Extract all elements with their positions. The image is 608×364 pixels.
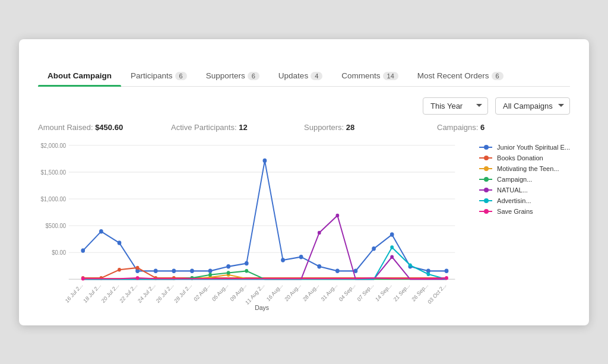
legend-label: Books Donation [497,154,543,162]
campaign-goal-row: This Year This Month This Week All Campa… [38,97,570,115]
stat-item: Amount Raised: $450.60 [38,123,171,132]
svg-text:04 Sep...: 04 Sep... [338,282,356,303]
chart-container: $2,000.00 $1,500.00 $1,000.00 $500.00 $0… [38,139,570,311]
svg-point-76 [445,276,448,279]
stat-label: Active Participants: [171,123,237,132]
svg-text:07 Sep...: 07 Sep... [356,282,375,303]
svg-point-45 [281,258,285,262]
tab-supporters[interactable]: Supporters6 [197,67,269,86]
svg-point-75 [136,276,140,279]
legend-item: NATUAL... [479,186,570,194]
tab-about[interactable]: About Campaign [38,67,121,86]
svg-text:21 Sep...: 21 Sep... [392,282,411,303]
svg-point-66 [227,271,230,274]
tab-badge-supporters: 6 [248,72,259,80]
svg-point-42 [226,264,230,269]
svg-point-40 [190,268,194,273]
stat-item: Active Participants: 12 [171,123,304,132]
svg-text:26 Jul 2...: 26 Jul 2... [155,282,175,304]
legend-label: Save Grains [497,208,533,215]
chart-legend: Junior Youth Spiritual E... Books Donati… [472,139,570,311]
legend-label: Campaign... [497,176,532,183]
tab-updates[interactable]: Updates4 [269,67,332,86]
svg-point-39 [172,268,176,273]
svg-text:Days: Days [255,303,269,311]
svg-text:$1,000.00: $1,000.00 [41,195,66,202]
svg-text:31 Aug...: 31 Aug... [320,282,338,302]
svg-text:28 Aug...: 28 Aug... [302,282,320,302]
svg-point-65 [208,273,212,276]
svg-text:02 Aug...: 02 Aug... [193,282,211,302]
legend-label: NATUAL... [497,186,528,194]
time-filter[interactable]: This Year This Month This Week [423,97,488,115]
campaigns-filter[interactable]: All Campaigns [495,97,570,115]
tab-badge-participants: 6 [175,72,187,80]
svg-text:28 Jul 2...: 28 Jul 2... [173,282,193,304]
stat-item: Campaigns: 6 [437,123,570,132]
stats-row: Amount Raised: $450.60Active Participant… [38,123,570,132]
tab-participants[interactable]: Participants6 [121,67,197,86]
chart-area: $2,000.00 $1,500.00 $1,000.00 $500.00 $0… [38,139,570,311]
svg-text:11 Aug 2...: 11 Aug 2... [244,282,265,306]
svg-text:05 Aug...: 05 Aug... [211,282,229,302]
main-card: About CampaignParticipants6Supporters6Up… [19,39,589,325]
stat-label: Campaigns: [437,123,478,132]
legend-item: Motivating the Teen... [479,165,570,172]
svg-point-34 [81,248,85,253]
svg-point-69 [335,213,339,217]
legend-item: Campaign... [479,176,570,183]
tab-orders[interactable]: Most Recent Orders6 [408,67,513,86]
svg-point-47 [317,264,321,269]
svg-point-38 [154,268,158,273]
svg-text:03 Oct 2...: 03 Oct 2... [427,282,448,305]
svg-point-44 [263,158,267,163]
tab-badge-comments: 14 [383,72,398,80]
svg-point-71 [390,245,394,249]
svg-point-43 [245,261,249,265]
tab-badge-updates: 4 [311,72,322,80]
svg-point-67 [245,269,248,273]
stat-label: Amount Raised: [38,123,93,132]
svg-text:$2,000.00: $2,000.00 [41,142,66,149]
svg-text:26 Sep...: 26 Sep... [411,282,429,303]
stat-label: Supporters: [304,123,344,132]
svg-point-70 [390,255,394,258]
stat-value: 6 [480,123,484,132]
svg-text:$0.00: $0.00 [52,249,66,256]
svg-text:14 Sep...: 14 Sep... [375,282,393,303]
svg-point-35 [99,229,103,233]
stat-value: 12 [239,123,247,132]
legend-item: Books Donation [479,154,570,162]
svg-point-68 [318,230,321,234]
chart-inner: $2,000.00 $1,500.00 $1,000.00 $500.00 $0… [40,139,472,311]
svg-point-58 [136,265,140,269]
tab-bar: About CampaignParticipants6Supporters6Up… [38,67,570,87]
svg-text:18 Jul 2...: 18 Jul 2... [83,282,102,304]
svg-text:20 Jul 2...: 20 Jul 2... [100,282,120,304]
svg-point-46 [299,254,303,259]
svg-point-41 [208,268,213,273]
svg-point-36 [118,240,122,245]
legend-item: Save Grains [479,208,570,215]
svg-text:24 Jul 2...: 24 Jul 2... [137,282,157,304]
svg-text:16 Jul 2...: 16 Jul 2... [64,282,84,304]
svg-point-51 [390,232,394,237]
svg-point-73 [427,272,430,276]
svg-text:09 Aug...: 09 Aug... [229,282,248,302]
svg-text:$500.00: $500.00 [46,222,66,229]
legend-label: Motivating the Teen... [497,165,559,172]
legend-item: Junior Youth Spiritual E... [479,144,570,151]
stat-value: 28 [346,123,354,132]
svg-text:20 Aug...: 20 Aug... [284,282,302,302]
svg-point-48 [335,268,340,273]
tab-comments[interactable]: Comments14 [332,67,408,86]
legend-label: Junior Youth Spiritual E... [497,144,570,151]
svg-text:22 Jul 2...: 22 Jul 2... [119,282,138,304]
svg-point-54 [445,268,449,273]
svg-point-72 [408,263,412,267]
svg-text:16 Aug...: 16 Aug... [265,282,284,302]
svg-text:$1,500.00: $1,500.00 [41,169,66,176]
filter-row: This Year This Month This Week All Campa… [423,97,570,115]
svg-point-74 [81,277,85,280]
tab-badge-orders: 6 [492,72,504,80]
